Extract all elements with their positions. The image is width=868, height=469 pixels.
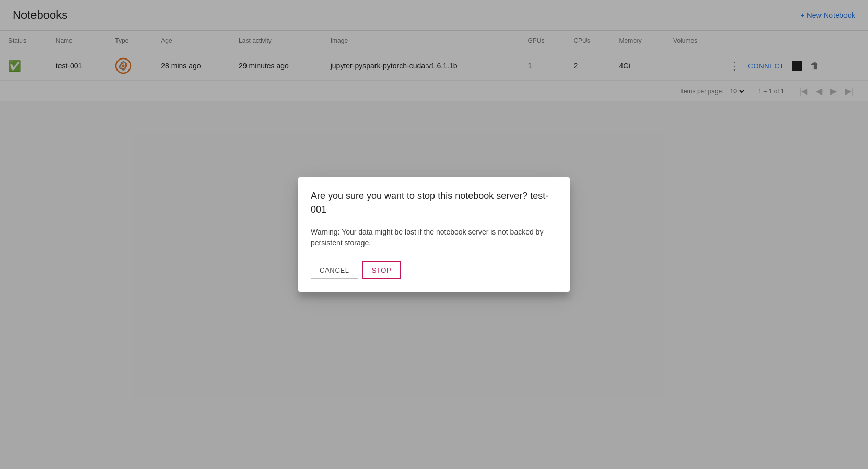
stop-confirm-button[interactable]: STOP xyxy=(362,261,401,279)
dialog-title: Are you sure you want to stop this noteb… xyxy=(311,190,557,216)
stop-dialog: Are you sure you want to stop this noteb… xyxy=(298,177,570,291)
dialog-actions: CANCEL STOP xyxy=(311,261,557,279)
dialog-body: Warning: Your data might be lost if the … xyxy=(311,227,557,249)
modal-overlay: Are you sure you want to stop this noteb… xyxy=(0,0,868,469)
cancel-button[interactable]: CANCEL xyxy=(311,262,358,279)
